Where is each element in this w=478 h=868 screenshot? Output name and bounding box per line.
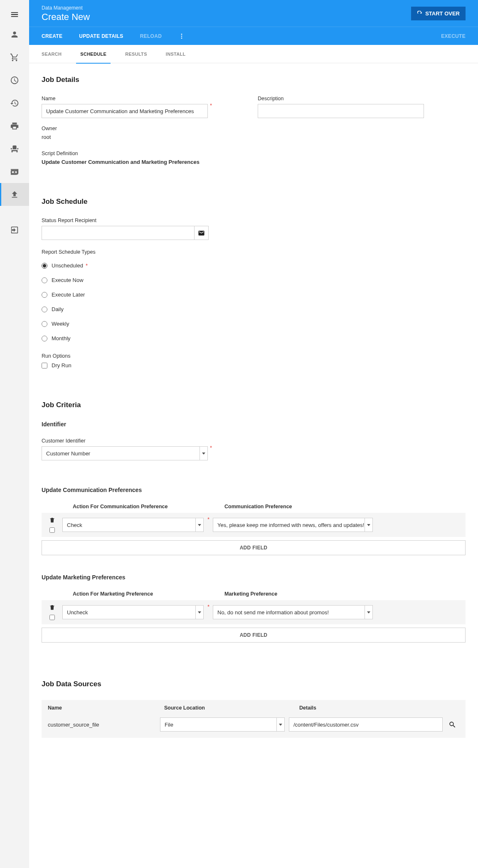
ump-row-checkbox[interactable]: [49, 615, 55, 620]
ds-details-input[interactable]: [289, 717, 443, 732]
section-job-criteria: Job Criteria: [42, 401, 466, 409]
ds-location-col: Source Location: [164, 705, 299, 711]
execute-action[interactable]: EXECUTE: [441, 33, 466, 39]
start-over-label: START OVER: [425, 10, 460, 17]
user-icon[interactable]: [0, 23, 29, 46]
left-sidebar: [0, 0, 29, 754]
script-def-label: Script Definition: [42, 151, 466, 156]
svg-point-1: [181, 34, 182, 35]
search-icon: [448, 721, 456, 729]
print-icon[interactable]: [0, 114, 29, 137]
ucp-action-value: Check: [67, 522, 82, 528]
ump-table: Action For Marketing Preference Marketin…: [42, 591, 466, 643]
run-options-label: Run Options: [42, 353, 466, 359]
ds-row: customer_source_file File: [42, 716, 466, 738]
ucp-table: Action For Communication Preference Comm…: [42, 504, 466, 555]
create-action[interactable]: CREATE: [42, 33, 62, 39]
required-star: *: [86, 262, 88, 269]
name-input[interactable]: [42, 104, 208, 118]
refresh-icon: [417, 11, 423, 17]
upload-icon[interactable]: [0, 183, 29, 206]
tab-search[interactable]: SEARCH: [42, 45, 62, 63]
ucp-col1: Action For Communication Preference: [73, 504, 224, 509]
radio-execute-now-label[interactable]: Execute Now: [52, 277, 84, 283]
content: Job Details Name * Description Owner roo…: [29, 63, 478, 754]
clock-icon[interactable]: [0, 69, 29, 91]
section-job-data-sources: Job Data Sources: [42, 680, 466, 688]
radio-execute-later-label[interactable]: Execute Later: [52, 292, 85, 298]
ucp-action-select[interactable]: Check: [62, 518, 204, 532]
tab-install[interactable]: INSTALL: [166, 45, 186, 63]
ds-location-select[interactable]: File: [160, 717, 285, 732]
update-details-action[interactable]: UPDATE DETAILS: [79, 33, 123, 39]
svg-point-3: [181, 37, 182, 39]
action-bar: CREATE UPDATE DETAILS RELOAD EXECUTE: [29, 27, 478, 45]
seat-icon[interactable]: [0, 137, 29, 160]
radio-execute-later[interactable]: [42, 292, 47, 298]
ump-add-field-button[interactable]: ADD FIELD: [42, 628, 466, 643]
ucp-pref-select[interactable]: Yes, please keep me informed with news, …: [213, 518, 373, 532]
trash-icon[interactable]: [49, 604, 55, 611]
radio-monthly-label[interactable]: Monthly: [52, 335, 71, 341]
logout-icon[interactable]: [0, 218, 29, 241]
main-area: Data Management Create New START OVER CR…: [29, 0, 478, 754]
identifier-heading: Identifier: [42, 421, 466, 428]
ucp-row: Check * Yes, please keep me informed wit…: [42, 513, 466, 537]
dry-run-label[interactable]: Dry Run: [52, 362, 71, 368]
tab-results[interactable]: RESULTS: [125, 45, 147, 63]
description-label: Description: [258, 96, 424, 101]
ucp-add-field-button[interactable]: ADD FIELD: [42, 540, 466, 555]
radio-weekly-label[interactable]: Weekly: [52, 321, 69, 327]
cart-icon[interactable]: [0, 46, 29, 69]
ump-row: Uncheck * No, do not send me information…: [42, 600, 466, 624]
svg-point-0: [14, 171, 15, 173]
description-input[interactable]: [258, 104, 424, 118]
recipient-label: Status Report Recipient: [42, 218, 466, 223]
ucp-row-checkbox[interactable]: [49, 527, 55, 533]
start-over-button[interactable]: START OVER: [411, 7, 466, 20]
svg-point-2: [181, 35, 182, 37]
breadcrumb[interactable]: Data Management: [42, 5, 90, 11]
radio-monthly[interactable]: [42, 336, 47, 341]
script-def-value: Update Customer Communication and Market…: [42, 159, 466, 165]
ucp-heading: Update Communication Preferences: [42, 487, 466, 493]
radio-unscheduled-label[interactable]: Unscheduled: [52, 262, 83, 269]
menu-icon[interactable]: [0, 6, 29, 23]
ucp-pref-value: Yes, please keep me informed with news, …: [217, 522, 364, 528]
chevron-down-icon: [200, 447, 207, 460]
radio-daily-label[interactable]: Daily: [52, 306, 64, 312]
dry-run-checkbox[interactable]: [42, 363, 47, 368]
radio-weekly[interactable]: [42, 321, 47, 327]
recipient-input[interactable]: [42, 226, 195, 240]
schedule-types-label: Report Schedule Types: [42, 249, 466, 255]
sub-tabs: SEARCH SCHEDULE RESULTS INSTALL: [29, 45, 478, 63]
tab-schedule[interactable]: SCHEDULE: [80, 45, 106, 63]
ump-col1: Action For Marketing Preference: [73, 591, 224, 597]
radio-daily[interactable]: [42, 307, 47, 312]
payments-icon[interactable]: [0, 160, 29, 183]
owner-label: Owner: [42, 126, 466, 131]
ucp-col2: Communication Preference: [224, 504, 292, 509]
chevron-down-icon: [276, 718, 284, 731]
ump-action-select[interactable]: Uncheck: [62, 605, 204, 619]
history-icon[interactable]: [0, 91, 29, 114]
reload-action[interactable]: RELOAD: [140, 33, 162, 39]
owner-value: root: [42, 134, 466, 140]
radio-unscheduled[interactable]: [42, 263, 47, 269]
required-star: *: [207, 603, 209, 610]
radio-execute-now[interactable]: [42, 277, 47, 283]
ds-row-name: customer_source_file: [48, 722, 156, 728]
section-job-details: Job Details: [42, 76, 466, 84]
required-star: *: [207, 516, 209, 522]
customer-id-select[interactable]: Customer Number: [42, 446, 208, 460]
mail-icon: [198, 230, 205, 237]
more-actions-icon[interactable]: [178, 33, 185, 40]
mail-button[interactable]: [195, 226, 209, 240]
ump-pref-select[interactable]: No, do not send me information about pro…: [213, 605, 373, 619]
ds-name-col: Name: [48, 705, 164, 711]
trash-icon[interactable]: [49, 517, 55, 523]
customer-id-label: Customer Identifier: [42, 438, 466, 444]
ds-search-button[interactable]: [445, 717, 459, 732]
chevron-down-icon: [365, 518, 372, 532]
ds-location-value: File: [165, 722, 173, 728]
